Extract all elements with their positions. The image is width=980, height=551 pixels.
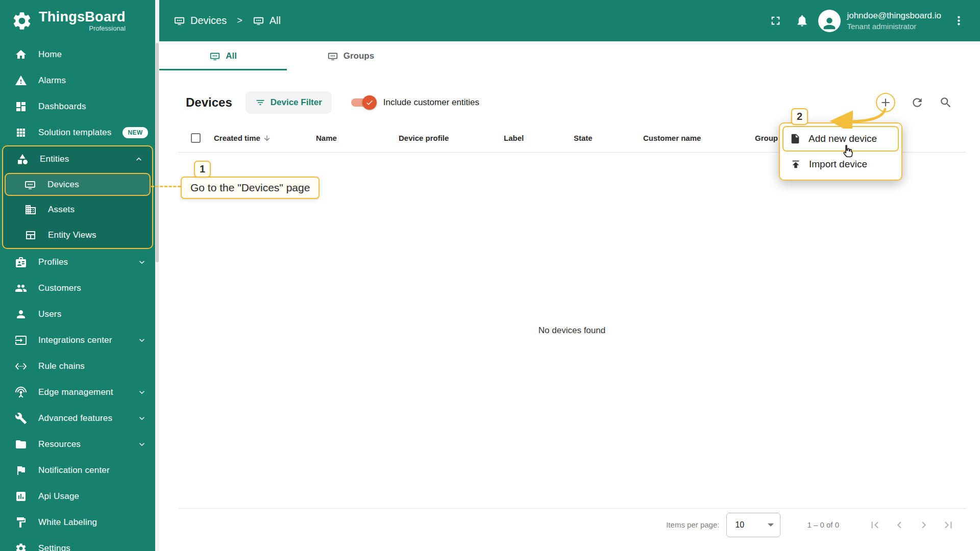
chevron-left-icon	[893, 518, 906, 532]
sidebar-item-devices[interactable]: Devices	[5, 173, 151, 196]
sidebar-label: Assets	[48, 205, 144, 215]
fullscreen-button[interactable]	[762, 8, 789, 34]
sidebar-item-advanced-features[interactable]: Advanced features	[0, 405, 155, 431]
chevron-down-icon	[137, 335, 147, 345]
tab-groups[interactable]: Groups	[287, 41, 414, 70]
sidebar-label: Api Usage	[38, 491, 147, 502]
sidebar-item-entities[interactable]: Entities	[3, 146, 152, 172]
sidebar-label: Notification center	[38, 465, 147, 475]
avatar[interactable]	[818, 10, 841, 32]
app-logo[interactable]: ThingsBoard Professional	[0, 0, 159, 41]
column-customer-name[interactable]: Customer name	[643, 134, 755, 142]
search-button[interactable]	[939, 96, 952, 109]
tab-all[interactable]: All	[159, 41, 287, 70]
sidebar-label: Alarms	[38, 76, 147, 86]
bell-icon	[795, 14, 809, 28]
column-device-profile[interactable]: Device profile	[399, 134, 504, 142]
sidebar-item-users[interactable]: Users	[0, 301, 155, 327]
sidebar-label: Dashboards	[38, 102, 147, 112]
new-badge: NEW	[122, 127, 148, 138]
sidebar-label: Resources	[38, 439, 126, 449]
breadcrumb: Devices > All	[174, 15, 281, 27]
tutorial-connector-line	[151, 186, 181, 187]
include-customer-entities: Include customer entities	[350, 95, 479, 110]
first-page-button[interactable]	[863, 513, 887, 537]
page-title: Devices	[186, 95, 232, 110]
cursor-pointer-icon	[839, 144, 854, 159]
import-device-label: Import device	[809, 159, 867, 170]
header-actions: johndoe@thingsboard.io Tenant administra…	[762, 8, 972, 34]
include-customer-entities-toggle[interactable]	[350, 95, 377, 110]
column-created-time[interactable]: Created time	[214, 134, 316, 142]
fullscreen-icon	[769, 14, 782, 28]
sidebar-item-settings[interactable]: Settings	[0, 535, 155, 551]
column-state[interactable]: State	[574, 134, 643, 142]
device-filter-label: Device Filter	[271, 97, 322, 108]
sidebar-item-profiles[interactable]: Profiles	[0, 249, 155, 275]
pagination-range: 1 – 0 of 0	[807, 520, 839, 529]
wrench-icon	[15, 412, 27, 424]
sidebar-item-white-labeling[interactable]: White Labeling	[0, 509, 155, 535]
last-page-button[interactable]	[936, 513, 961, 537]
sort-desc-icon	[263, 134, 271, 142]
sidebar-item-resources[interactable]: Resources	[0, 431, 155, 457]
refresh-button[interactable]	[911, 96, 924, 109]
breadcrumb-all[interactable]: All	[270, 15, 281, 27]
sidebar-item-assets[interactable]: Assets	[3, 197, 152, 222]
gear-icon	[15, 542, 27, 551]
device-group-icon	[327, 51, 338, 62]
check-icon	[365, 98, 374, 107]
chevron-right-icon	[917, 518, 930, 532]
edge-icon	[15, 386, 27, 398]
sidebar-label: White Labeling	[38, 517, 147, 528]
sidebar-label: Devices	[47, 180, 141, 190]
assets-icon	[24, 204, 37, 216]
tutorial-entities-highlight: Entities Devices Assets Entity Views	[2, 145, 153, 249]
device-filter-button[interactable]: Device Filter	[246, 91, 332, 114]
chevron-up-icon	[134, 154, 144, 164]
sidebar-label: Integrations center	[38, 335, 126, 345]
breadcrumb-devices[interactable]: Devices	[190, 15, 227, 27]
sidebar-item-notification-center[interactable]: Notification center	[0, 457, 155, 483]
sidebar-scrollbar[interactable]	[155, 0, 159, 551]
sidebar-scrollbar-thumb[interactable]	[156, 43, 159, 262]
devices-icon	[209, 51, 220, 62]
previous-page-button[interactable]	[887, 513, 912, 537]
tutorial-step-2-badge: 2	[791, 108, 808, 125]
more-vert-icon	[952, 14, 966, 28]
items-per-page-select[interactable]: 10	[726, 513, 780, 537]
tutorial-step-1-text: Go to the "Devices" page	[190, 182, 310, 194]
sidebar-item-api-usage[interactable]: Api Usage	[0, 483, 155, 509]
sidebar-item-integrations-center[interactable]: Integrations center	[0, 327, 155, 353]
sidebar-item-rule-chains[interactable]: Rule chains	[0, 353, 155, 379]
sidebar-label: Rule chains	[38, 361, 147, 371]
column-name[interactable]: Name	[316, 134, 399, 142]
sidebar-item-edge-management[interactable]: Edge management	[0, 379, 155, 405]
select-all-checkbox[interactable]	[191, 133, 201, 143]
user-menu-button[interactable]	[945, 8, 972, 34]
toggle-label: Include customer entities	[383, 97, 479, 108]
next-page-button[interactable]	[912, 513, 936, 537]
sidebar-item-entity-views[interactable]: Entity Views	[3, 222, 152, 248]
folder-icon	[15, 438, 27, 450]
sidebar-item-home[interactable]: Home	[0, 41, 155, 67]
sidebar-item-dashboards[interactable]: Dashboards	[0, 93, 155, 119]
column-label[interactable]: Label	[504, 134, 574, 142]
select-caret-icon	[768, 523, 774, 527]
sidebar-label: Customers	[38, 283, 147, 293]
home-icon	[15, 48, 27, 61]
grid-icon	[15, 127, 27, 139]
entities-icon	[16, 153, 29, 165]
sidebar-label: Profiles	[38, 257, 126, 267]
paint-icon	[15, 516, 27, 529]
sidebar-item-solution-templates[interactable]: Solution templates NEW	[0, 119, 155, 145]
sidebar-item-alarms[interactable]: Alarms	[0, 67, 155, 93]
entity-views-icon	[24, 229, 37, 241]
add-new-device-label: Add new device	[808, 133, 877, 144]
warning-icon	[15, 74, 27, 87]
notifications-button[interactable]	[789, 8, 815, 34]
toggle-thumb	[362, 95, 377, 110]
sidebar-item-customers[interactable]: Customers	[0, 275, 155, 301]
chevron-down-icon	[137, 439, 147, 449]
integrations-icon	[15, 334, 27, 346]
